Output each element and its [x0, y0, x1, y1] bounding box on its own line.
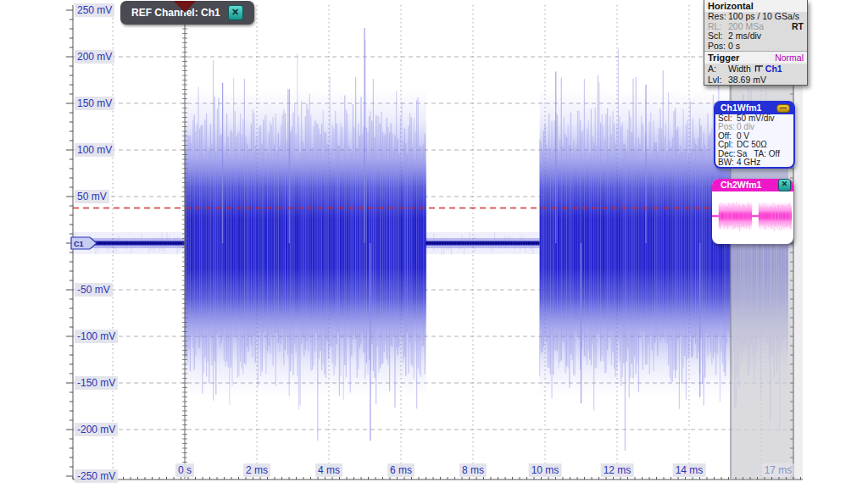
close-icon[interactable]: ✕ [778, 179, 791, 191]
realtime-badge: RT [792, 22, 804, 32]
trigger-level-row: Lvl: 38.69 mV [704, 75, 807, 86]
trigger-position-marker-icon[interactable] [174, 1, 196, 13]
position-row: Pos: 0 s [704, 42, 807, 52]
horizontal-trigger-panel[interactable]: Horizontal Res: 100 ps / 10 GSa/s RL: 20… [704, 0, 808, 86]
svg-text:C1: C1 [74, 240, 84, 248]
horizontal-panel-title: Horizontal [708, 1, 754, 11]
ch1-panel-row: BW:4 GHz [715, 158, 793, 167]
ch1-panel-title: Ch1Wfm1 [721, 103, 761, 114]
minimize-icon[interactable] [776, 104, 790, 113]
ch2-waveform-thumbnail [712, 191, 792, 241]
trigger-a-row: A: Width Ch1 [704, 64, 807, 75]
trigger-panel-title: Trigger [708, 53, 739, 63]
width-trigger-icon [754, 64, 764, 75]
trigger-source: Ch1 [765, 64, 782, 75]
ch2-waveform-panel[interactable]: Ch2Wfm1 ✕ [712, 179, 793, 244]
close-icon[interactable]: ✕ [228, 5, 243, 20]
ch2-panel-title: Ch2Wfm1 [721, 179, 761, 191]
trigger-mode-badge: Normal [775, 53, 804, 63]
ch1-waveform-panel-header[interactable]: Ch1Wfm1 [715, 103, 793, 114]
ch1-waveform-panel[interactable]: Ch1Wfm1 Scl:50 mV/divPos:0 divOff:0 VCpl… [714, 101, 795, 169]
ch2-waveform-panel-header[interactable]: Ch2Wfm1 ✕ [712, 179, 793, 191]
oscilloscope-screen: C1 250 mV200 mV150 mV100 mV50 mV-50 mV-1… [0, 0, 868, 488]
trigger-panel-header: Trigger Normal [704, 51, 807, 64]
scale-row: Scl: 2 ms/div [704, 31, 807, 42]
ch1-panel-rows: Scl:50 mV/divPos:0 divOff:0 VCpl:DC 50ΩD… [715, 114, 793, 167]
resolution-row: Res: 100 ps / 10 GSa/s [704, 12, 807, 22]
horizontal-panel-header: Horizontal [704, 0, 807, 12]
